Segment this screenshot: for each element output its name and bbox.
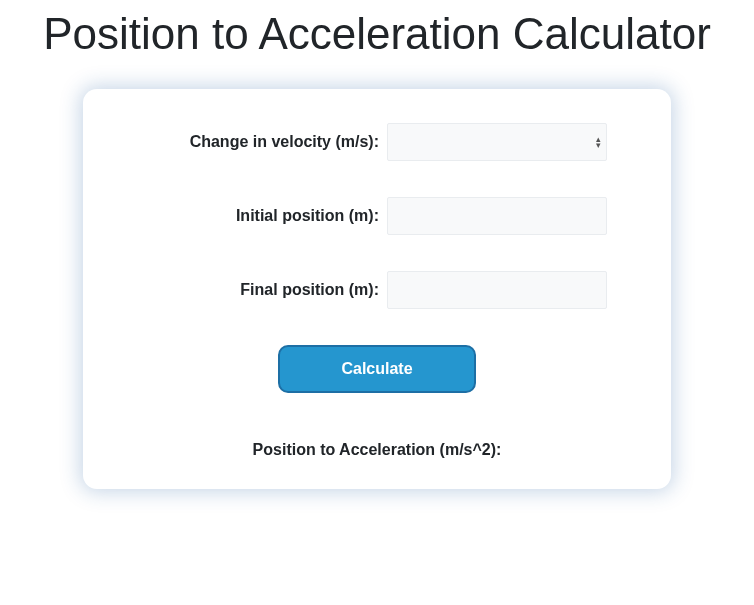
calculate-button[interactable]: Calculate	[278, 345, 476, 393]
input-velocity[interactable]	[387, 123, 607, 161]
input-initial-position[interactable]	[387, 197, 607, 235]
calculator-card: Change in velocity (m/s): ▴▾ Initial pos…	[83, 89, 671, 489]
result-label-text: Position to Acceleration (m/s^2):	[253, 441, 502, 458]
label-final-position: Final position (m):	[147, 281, 387, 299]
input-final-position[interactable]	[387, 271, 607, 309]
row-final-position: Final position (m):	[123, 271, 631, 309]
label-initial-position: Initial position (m):	[147, 207, 387, 225]
row-velocity: Change in velocity (m/s): ▴▾	[123, 123, 631, 161]
row-initial-position: Initial position (m):	[123, 197, 631, 235]
result-label: Position to Acceleration (m/s^2):	[123, 441, 631, 459]
label-velocity: Change in velocity (m/s):	[147, 133, 387, 151]
page-title: Position to Acceleration Calculator	[0, 8, 754, 61]
